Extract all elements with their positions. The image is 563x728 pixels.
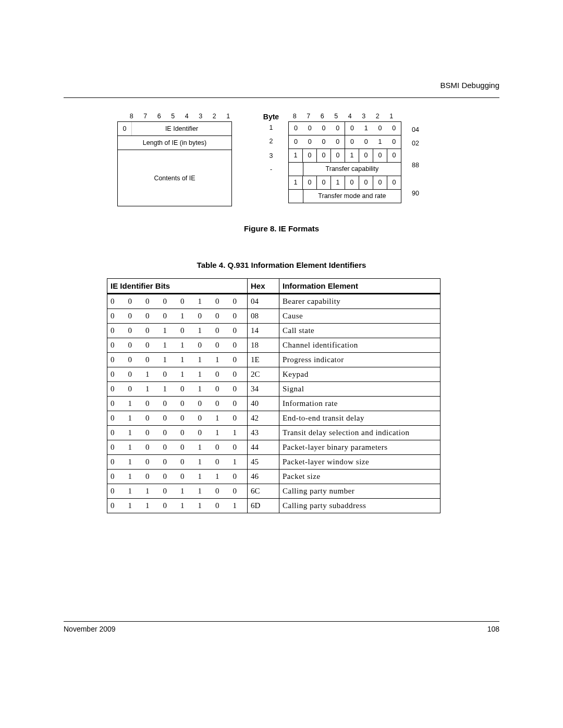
bit-cell: 0	[194, 309, 212, 324]
bit-label: 3	[194, 113, 208, 120]
bit-cell: 1	[212, 411, 229, 426]
bit-cell: 0	[177, 397, 194, 411]
hex-value: 88	[408, 158, 423, 172]
transfer-capability-label: Transfer capability	[303, 163, 401, 176]
bit-cell: 0	[177, 470, 194, 484]
bit-cell: 0	[229, 353, 247, 367]
hex-cell: 44	[248, 440, 279, 455]
first-bit-zero: 0	[118, 122, 132, 135]
bit-cell: 0	[212, 324, 229, 338]
byte-word: Byte	[255, 113, 287, 121]
table-row: 0100010145Packet-layer window size	[107, 455, 440, 470]
hex-cell: 14	[248, 324, 279, 338]
bit-cell: 1	[160, 338, 177, 353]
name-cell: Call state	[279, 324, 440, 338]
table-row: 0100001143Transit delay selection and in…	[107, 426, 440, 440]
bit-cell: 0	[107, 470, 125, 484]
bit-label: 8	[288, 113, 302, 120]
name-cell: Cause	[279, 309, 440, 324]
bit-cell: 1	[194, 324, 212, 338]
bit-label: 4	[180, 113, 194, 120]
bit-cell: 0	[212, 499, 229, 513]
hex-cell: 2C	[248, 367, 279, 382]
col-header-name: Information Element	[279, 279, 440, 294]
bit-cell: 1	[160, 324, 177, 338]
bit-cell: 0	[125, 324, 142, 338]
bit-cell: 1	[194, 455, 212, 470]
bit-cell: 0	[125, 382, 142, 397]
bit-cell: 0	[212, 484, 229, 499]
name-cell: Calling party number	[279, 484, 440, 499]
name-cell: Packet-layer window size	[279, 455, 440, 470]
ie-identifiers-table: IE Identifier Bits Hex Information Eleme…	[107, 278, 440, 513]
bit-label: 3	[357, 113, 371, 120]
table-row: 0100010044Packet-layer binary parameters	[107, 440, 440, 455]
bit-cell: 0	[212, 367, 229, 382]
table-row: 011011016DCalling party subaddress	[107, 499, 440, 513]
bit-cell: 0	[107, 440, 125, 455]
bit-cell: 0	[107, 382, 125, 397]
hex-value: 04	[408, 123, 423, 137]
bit-cell: 0	[107, 426, 125, 440]
bit-cell: 0	[177, 440, 194, 455]
bit-cell: 0	[125, 338, 142, 353]
hex-cell: 42	[248, 411, 279, 426]
bit-cell: 1	[212, 426, 229, 440]
bit-cell: 0	[212, 382, 229, 397]
bit-cell: 0	[142, 470, 160, 484]
bit-cell: 1	[177, 353, 194, 367]
bit-label: 4	[343, 113, 357, 120]
bit-cell: 0	[212, 397, 229, 411]
bit-cell: 0	[177, 324, 194, 338]
table-row: 011011006CCalling party number	[107, 484, 440, 499]
hex-value: 02	[408, 137, 423, 150]
hex-cell: 08	[248, 309, 279, 324]
name-cell: Bearer capability	[279, 294, 440, 309]
bit-cell: 0	[142, 324, 160, 338]
bit-cell: 0	[107, 484, 125, 499]
bit-label: 5	[329, 113, 344, 120]
bit-cell: 0	[212, 309, 229, 324]
name-cell: End-to-end transit delay	[279, 411, 440, 426]
col-header-hex: Hex	[248, 279, 279, 294]
bit-cell: 0	[229, 411, 247, 426]
bit-cell: 0	[194, 397, 212, 411]
name-cell: Calling party subaddress	[279, 499, 440, 513]
bit-cell: 0	[229, 294, 247, 309]
table-row: 0100001042End-to-end transit delay	[107, 411, 440, 426]
bit-cell: 1	[194, 499, 212, 513]
bit-cell: 0	[107, 499, 125, 513]
bit-label: 2	[207, 113, 222, 120]
hex-cell: 04	[248, 294, 279, 309]
bit-cell: 1	[177, 367, 194, 382]
bit-cell: 0	[107, 309, 125, 324]
bit-cell: 0	[160, 470, 177, 484]
bit-cell: 0	[142, 440, 160, 455]
bit-cell: 0	[160, 397, 177, 411]
bit-label: 7	[139, 113, 153, 120]
bit-cell: 1	[125, 440, 142, 455]
bit-cell: 1	[142, 499, 160, 513]
bit-cell: 0	[125, 309, 142, 324]
bit-cell: 0	[160, 455, 177, 470]
bit-cell: 0	[125, 367, 142, 382]
bit-cell: 0	[107, 367, 125, 382]
hex-cell: 45	[248, 455, 279, 470]
bit-cell: 0	[160, 426, 177, 440]
hex-cell: 46	[248, 470, 279, 484]
bit-cell: 0	[107, 294, 125, 309]
bit-cell: 1	[212, 353, 229, 367]
bit-cell: 0	[142, 353, 160, 367]
bit-label: 1	[222, 113, 236, 120]
ie-contents-label: Contents of IE	[154, 171, 195, 185]
ie-identifier-label: IE Identifier	[132, 122, 231, 135]
bit-cell: 1	[212, 470, 229, 484]
bit-label: 7	[302, 113, 316, 120]
bit-cell: 0	[142, 426, 160, 440]
table-row: 0100000040Information rate	[107, 397, 440, 411]
bit-cell: 0	[107, 411, 125, 426]
byte-num: 1	[255, 121, 287, 134]
bit-cell: 1	[125, 411, 142, 426]
bit-cell: 0	[177, 426, 194, 440]
bit-cell: 1	[229, 455, 247, 470]
